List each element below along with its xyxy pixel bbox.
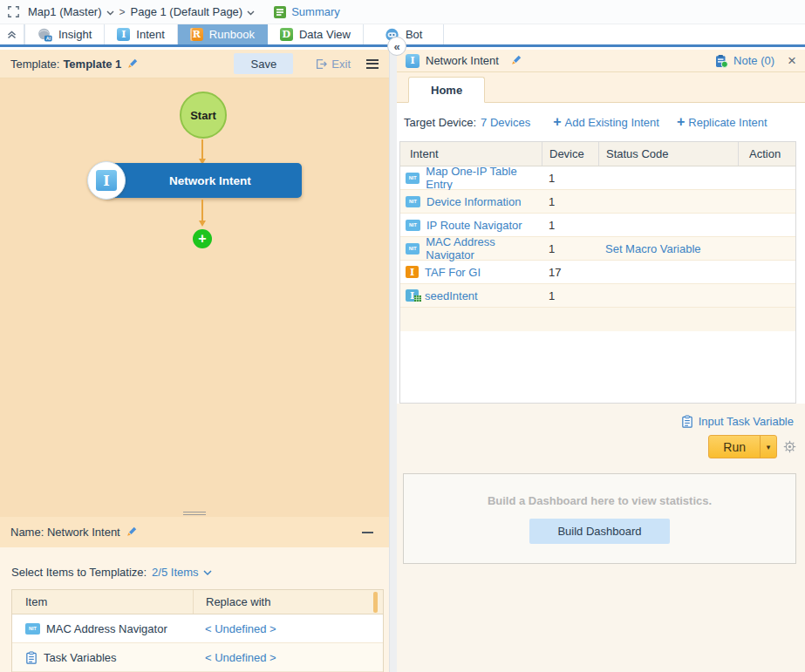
device-count: 1 [542, 214, 598, 236]
device-count: 1 [542, 190, 598, 213]
panel-title: Network Intent [426, 54, 499, 67]
tab-intent[interactable]: I Intent [105, 24, 178, 44]
page-title[interactable]: Page 1 (Default Page) [131, 5, 243, 18]
item-label: MAC Address Navigator [46, 622, 167, 635]
intent-icon: I [406, 54, 420, 68]
intent-link[interactable]: IP Route Navigator [426, 219, 522, 232]
plus-icon: + [553, 115, 561, 129]
summary-button[interactable]: Summary [274, 5, 340, 18]
note-label: Note (0) [733, 54, 774, 67]
flow-connector [201, 139, 203, 160]
intent-icon: I [117, 28, 130, 41]
svg-text:AI: AI [46, 36, 51, 41]
start-node[interactable]: Start [180, 92, 227, 139]
tab-runbook[interactable]: R Runbook [178, 24, 268, 44]
device-count: 1 [542, 237, 598, 260]
note-button[interactable]: Note (0) [714, 54, 774, 68]
replicate-intent-button[interactable]: + Replicate Intent [677, 115, 767, 129]
panel-divider [389, 50, 397, 672]
tab-data-view[interactable]: D Data View [268, 24, 364, 44]
table-row[interactable]: I seedIntent 1 [400, 284, 795, 308]
status-code-link[interactable]: Set Macro Variable [598, 237, 738, 260]
run-split-button[interactable]: Run ▾ [708, 435, 777, 458]
select-items-value[interactable]: 2/5 Items [152, 566, 198, 579]
seed-intent-icon: I [406, 289, 419, 302]
summary-icon [274, 6, 286, 18]
exit-button[interactable]: Exit [316, 58, 351, 71]
table-row[interactable]: I TAF For GI 17 [400, 261, 795, 284]
tab-home[interactable]: Home [408, 77, 485, 103]
column-header-status: Status Code [598, 142, 738, 166]
intent-link[interactable]: Map One-IP Table Entry [426, 165, 542, 191]
column-header-intent: Intent [400, 147, 542, 160]
undefined-link[interactable]: < Undefined > [205, 622, 276, 635]
menu-icon[interactable] [366, 59, 379, 69]
flow-connector [201, 200, 203, 221]
run-section: Input Task Variable Run ▾ [397, 404, 805, 672]
undefined-link[interactable]: < Undefined > [205, 651, 276, 664]
table-row[interactable]: NIT Map One-IP Table Entry 1 [400, 166, 795, 190]
panel-tab-bar: Home [397, 72, 805, 103]
panel-header: I Network Intent Note (0) × [397, 50, 805, 72]
edit-pencil-icon[interactable] [126, 526, 137, 538]
status-code[interactable] [598, 190, 738, 213]
settings-gear-icon[interactable] [783, 440, 796, 453]
network-intent-node[interactable]: Network Intent [105, 163, 302, 198]
chevron-down-icon[interactable] [106, 5, 114, 18]
nit-icon: NIT [406, 173, 420, 184]
fullscreen-icon[interactable] [8, 6, 19, 17]
arrow-down-icon [199, 221, 206, 227]
tab-label: Intent [136, 28, 165, 41]
save-button[interactable]: Save [234, 53, 293, 74]
target-device-label: Target Device: [404, 116, 476, 129]
status-code[interactable] [598, 284, 738, 307]
intent-link[interactable]: TAF For GI [425, 266, 481, 279]
device-count: 17 [542, 261, 598, 283]
replicate-label: Replicate Intent [688, 116, 767, 129]
column-header-item: Item [12, 595, 193, 608]
map-title[interactable]: Map1 (Master) [28, 5, 102, 18]
table-row[interactable]: Task Variables < Undefined > [12, 643, 383, 672]
app-window: Map1 (Master) > Page 1 (Default Page) Su… [0, 0, 805, 672]
target-device-value[interactable]: 7 Devices [481, 116, 530, 129]
collapse-up-icon[interactable] [0, 24, 24, 44]
add-step-button[interactable]: + [193, 229, 212, 248]
intent-node-icon[interactable]: I [87, 161, 126, 200]
table-row[interactable]: NIT IP Route Navigator 1 [400, 214, 795, 237]
intent-link[interactable]: seedIntent [425, 289, 478, 302]
tab-insight[interactable]: AI Insight [24, 24, 105, 44]
action-cell [738, 261, 795, 283]
build-dashboard-button[interactable]: Build Dashboard [529, 519, 669, 544]
run-dropdown-caret[interactable]: ▾ [760, 436, 776, 458]
input-task-variable-button[interactable]: Input Task Variable [397, 415, 794, 428]
top-bar: Map1 (Master) > Page 1 (Default Page) Su… [0, 0, 805, 24]
scrollbar-thumb[interactable] [373, 592, 378, 613]
name-value: Network Intent [47, 526, 120, 539]
table-row[interactable]: NIT MAC Address Navigator < Undefined > [12, 614, 383, 643]
data-view-icon: D [280, 28, 293, 41]
status-code[interactable] [598, 261, 738, 283]
panel-collapse-button[interactable]: « [387, 37, 406, 56]
status-code[interactable] [598, 214, 738, 236]
minimize-icon[interactable] [362, 532, 373, 533]
task-variable-icon [681, 415, 693, 428]
edit-pencil-icon[interactable] [510, 55, 522, 66]
panel-splitter-handle[interactable] [0, 510, 389, 517]
intent-link[interactable]: MAC Address Navigator [426, 235, 542, 261]
intent-link[interactable]: Device Information [426, 195, 521, 208]
table-filler [400, 331, 795, 403]
input-task-variable-label: Input Task Variable [699, 415, 794, 428]
run-button[interactable]: Run [709, 436, 760, 458]
status-code[interactable] [598, 166, 738, 189]
edit-pencil-icon[interactable] [126, 58, 138, 70]
table-row[interactable]: NIT Device Information 1 [400, 190, 795, 214]
chevron-down-icon[interactable] [203, 566, 212, 579]
node-label: Network Intent [169, 174, 251, 187]
template-name: Template 1 [63, 58, 121, 71]
table-row[interactable]: NIT MAC Address Navigator 1 Set Macro Va… [400, 237, 795, 261]
add-existing-intent-button[interactable]: + Add Existing Intent [553, 115, 659, 129]
close-icon[interactable]: × [788, 53, 796, 68]
insight-ai-icon: AI [38, 28, 52, 42]
runbook-canvas[interactable]: Start Network Intent I + [0, 78, 389, 510]
chevron-down-icon[interactable] [247, 5, 255, 18]
